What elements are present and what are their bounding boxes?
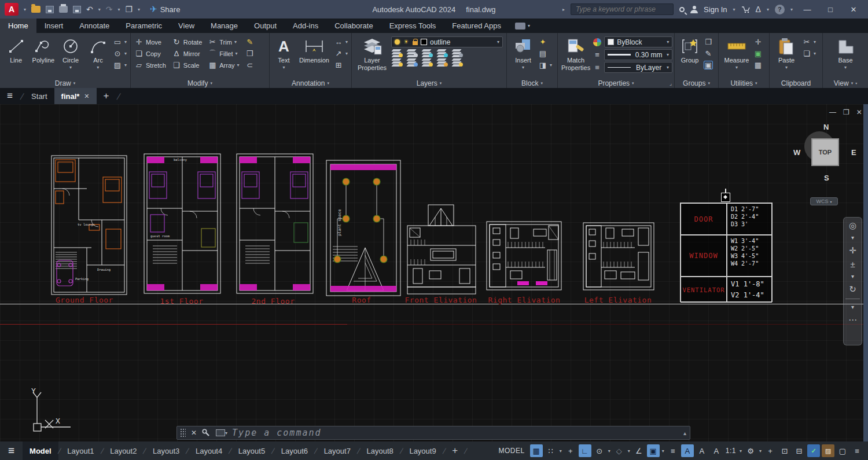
fillet-caret-icon[interactable]: ▾ <box>236 51 238 56</box>
rectangle-caret-icon[interactable]: ▾ <box>124 39 127 45</box>
file-tab-close-icon[interactable]: ✕ <box>84 93 89 100</box>
command-close-icon[interactable]: ✕ <box>191 429 197 437</box>
qat-customize-caret-icon[interactable]: ▾ <box>138 7 140 12</box>
panel-label-draw[interactable]: Draw▾ <box>0 78 130 88</box>
help-caret-icon[interactable]: ▾ <box>790 7 793 12</box>
workspace-switching-icon[interactable]: ⚙ <box>744 444 757 457</box>
table-icon[interactable]: ⊞ <box>334 61 343 69</box>
arc-caret-icon[interactable]: ▾ <box>97 65 99 70</box>
paste-button[interactable]: Paste ▾ <box>773 35 800 70</box>
panel-label-utilities[interactable]: Utilities▾ <box>719 78 769 88</box>
isolate-objects-icon[interactable]: ⊡ <box>778 444 791 457</box>
linear-dimension-icon[interactable]: ↔ <box>334 38 343 46</box>
command-line[interactable]: ✕ ▾ Type a command ▴ <box>176 426 690 440</box>
graphics-performance-icon[interactable]: ✓ <box>807 444 820 457</box>
layer-isolate-icon[interactable] <box>407 49 417 57</box>
polar-tracking-toggle[interactable]: ⊙ <box>593 444 606 457</box>
layer-match-icon[interactable] <box>453 58 462 66</box>
ribbon-tab-featured-apps[interactable]: Featured Apps <box>444 19 509 33</box>
viewport-close-icon[interactable]: ✕ <box>856 108 862 116</box>
tab-layout8[interactable]: Layout8 <box>360 441 400 460</box>
object-snap-tracking-toggle[interactable]: ∠ <box>632 444 645 457</box>
circle-caret-icon[interactable]: ▾ <box>69 65 72 70</box>
match-properties-button[interactable]: Match Properties <box>561 35 590 71</box>
print-icon[interactable] <box>73 6 81 13</box>
panel-label-block[interactable]: Block▾ <box>507 78 557 88</box>
drawing-canvas[interactable]: — ❐ ✕ <box>0 104 868 441</box>
create-block-icon[interactable]: ✦ <box>538 38 547 46</box>
trusted-locations-icon[interactable]: ▨ <box>822 444 834 457</box>
ellipse-icon[interactable]: ⊙ <box>113 50 122 57</box>
pan-icon[interactable]: ✛ <box>849 246 856 255</box>
ribbon-tab-parametric[interactable]: Parametric <box>117 19 170 33</box>
object-snap-toggle[interactable]: ▣ <box>647 444 660 457</box>
scale-caret-icon[interactable]: ▾ <box>740 448 742 454</box>
nav-wheel-caret-icon[interactable]: ▾ <box>851 235 854 241</box>
autocad-app-icon[interactable]: A <box>5 3 19 16</box>
viewcube-south[interactable]: S <box>824 174 829 182</box>
line-button[interactable]: Line <box>3 35 28 64</box>
annotation-scale-icon[interactable]: A <box>710 444 723 457</box>
redo-icon[interactable]: ↷ <box>106 5 113 13</box>
tab-layout6[interactable]: Layout6 <box>274 441 315 460</box>
object-color-dropdown[interactable]: ByBlock ▾ <box>604 36 672 47</box>
panel-label-layers[interactable]: Layers▾ <box>352 78 506 88</box>
measure-caret-icon[interactable]: ▾ <box>735 65 738 70</box>
autodesk-logo-icon[interactable]: Δ <box>756 5 761 13</box>
layer-unlock-all-icon[interactable] <box>437 58 447 66</box>
layer-dropdown[interactable]: ☀ outline ▾ <box>391 36 503 47</box>
tab-layout2[interactable]: Layout2 <box>103 441 144 460</box>
save-dropdown-icon[interactable]: ❐ <box>126 5 133 13</box>
help-search-input[interactable] <box>571 3 674 15</box>
layer-off-icon[interactable] <box>392 49 402 57</box>
app-menu-caret-icon[interactable]: ▾ <box>24 7 26 12</box>
account-icon[interactable] <box>690 6 698 13</box>
tab-model[interactable]: Model <box>23 441 58 460</box>
isometric-toggle[interactable]: ◇ <box>613 444 626 457</box>
plot-status-icon[interactable]: ⊟ <box>793 444 806 457</box>
polar-caret-icon[interactable]: ▾ <box>608 448 610 454</box>
close-button[interactable]: ✕ <box>845 5 862 14</box>
polyline-button[interactable]: Polyline <box>31 35 56 64</box>
save-icon[interactable] <box>46 6 54 13</box>
status-customize-icon[interactable]: ≡ <box>851 444 863 457</box>
tab-layout9[interactable]: Layout9 <box>402 441 443 460</box>
copy-clip-caret-icon[interactable]: ▾ <box>814 51 816 56</box>
fillet-button[interactable]: ⌒Fillet▾ <box>208 49 239 58</box>
move-button[interactable]: ✛Move <box>134 37 166 47</box>
plot-icon[interactable] <box>59 6 68 13</box>
ribbon-tab-insert[interactable]: Insert <box>36 19 72 33</box>
autodesk-caret-icon[interactable]: ▾ <box>767 7 769 12</box>
properties-dialog-launcher-icon[interactable]: ⌟ <box>670 80 672 86</box>
zoom-caret-icon[interactable]: ▾ <box>851 274 854 279</box>
panel-label-annotation[interactable]: Annotation▾ <box>270 78 351 88</box>
viewcube-west[interactable]: W <box>793 148 800 157</box>
redo-caret-icon[interactable]: ▾ <box>118 7 120 12</box>
ungroup-icon[interactable]: ❒ <box>704 38 713 46</box>
trim-button[interactable]: ✂Trim▾ <box>208 37 239 47</box>
ribbon-tab-collaborate[interactable]: Collaborate <box>326 19 381 33</box>
snap-toggle[interactable]: ∷ <box>545 444 557 457</box>
tab-layout1[interactable]: Layout1 <box>60 441 101 460</box>
command-history-icon[interactable]: ▴ <box>683 430 690 436</box>
viewcube-north[interactable]: N <box>823 123 829 131</box>
osnap-caret-icon[interactable]: ▾ <box>662 448 664 454</box>
id-point-icon[interactable]: ✛ <box>753 38 763 46</box>
undo-icon[interactable]: ↶ <box>86 5 93 13</box>
insert-caret-icon[interactable]: ▾ <box>522 65 524 70</box>
tab-layout3[interactable]: Layout3 <box>146 441 186 460</box>
paste-caret-icon[interactable]: ▾ <box>785 65 788 70</box>
maximize-button[interactable]: □ <box>822 5 839 14</box>
snap-caret-icon[interactable]: ▾ <box>560 448 562 454</box>
mirror-button[interactable]: ∆Mirror <box>172 49 202 58</box>
text-button[interactable]: A Text ▾ <box>273 35 295 70</box>
model-space-button[interactable]: MODEL <box>495 447 528 455</box>
block-attributes-icon[interactable]: ◨ <box>538 61 547 69</box>
rotate-button[interactable]: ↻Rotate <box>172 37 202 47</box>
grid-toggle[interactable]: ▦ <box>530 444 543 457</box>
wcs-selector[interactable]: WCS▾ <box>810 197 838 205</box>
panel-label-modify[interactable]: Modify▾ <box>131 78 269 88</box>
viewcube-top-face[interactable]: TOP <box>811 138 839 166</box>
group-button[interactable]: Group <box>678 35 701 64</box>
hatch-caret-icon[interactable]: ▾ <box>124 62 127 68</box>
